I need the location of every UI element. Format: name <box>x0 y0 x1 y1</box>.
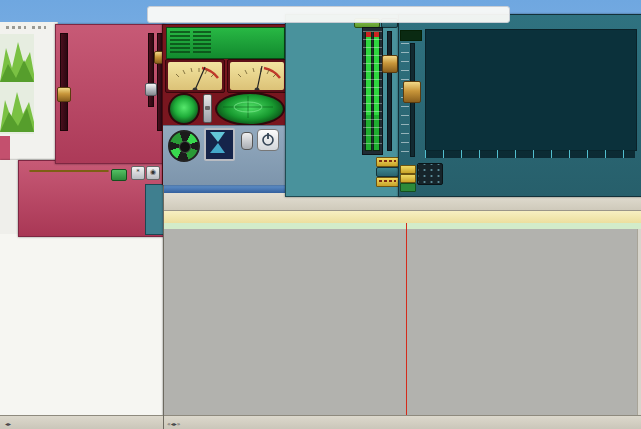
limiter-side-panel <box>145 184 164 235</box>
fft-green-button[interactable] <box>400 183 416 192</box>
master-fader-track[interactable] <box>387 31 392 151</box>
mb-value-box-2 <box>376 177 399 187</box>
vu-button-row <box>167 162 283 172</box>
aux-fader-handle[interactable] <box>145 83 157 96</box>
mb-value-box-1 <box>376 157 399 167</box>
meter-scale <box>363 31 382 149</box>
power-button[interactable] <box>257 129 279 151</box>
vu-meter-right <box>227 59 287 93</box>
level-scope <box>168 93 200 125</box>
vu-lcd-display <box>166 27 285 59</box>
left-panel-text2 <box>32 26 46 29</box>
histogram-labels <box>0 234 162 415</box>
master-fader-handle[interactable] <box>382 55 398 73</box>
app-toolbar <box>147 6 510 23</box>
vertical-scrollbar[interactable] <box>637 229 641 415</box>
left-panel <box>0 22 58 182</box>
track-area[interactable] <box>164 229 641 415</box>
vu-needle-left <box>168 62 222 90</box>
tab-nav-arrows[interactable]: «◂▸» <box>164 418 183 429</box>
plugin-banner <box>29 170 109 172</box>
meter-panel <box>362 27 383 155</box>
goniometer-crosshair <box>215 92 281 122</box>
desktop: * ◉ «◂▸» <box>0 0 641 429</box>
balance-meter[interactable] <box>203 94 212 123</box>
input-fader-track[interactable] <box>60 33 68 131</box>
lcd-info-column-2 <box>193 31 211 53</box>
toggle-button[interactable] <box>241 132 253 150</box>
fft-gold-1 <box>400 165 416 174</box>
mb-button-1[interactable] <box>376 167 399 177</box>
phase-display <box>204 128 235 161</box>
limiter-curve-display <box>25 184 143 233</box>
playhead[interactable] <box>406 223 407 415</box>
arrange-window: «◂▸» <box>163 183 641 429</box>
preset-button[interactable]: * <box>131 166 145 180</box>
waveforms[interactable] <box>164 229 641 415</box>
settings-button[interactable]: ◉ <box>146 166 160 180</box>
multiband-window <box>285 14 401 197</box>
green-thumbnail <box>0 34 34 134</box>
compressor-window <box>55 24 165 164</box>
left-panel-text <box>6 26 26 29</box>
fft-mini-lcd <box>400 30 422 41</box>
frequency-scale <box>425 150 635 158</box>
arrange-tabbar: «◂▸» <box>164 415 641 429</box>
hist-tab-arrows[interactable]: ◂▸ <box>2 418 14 429</box>
fft-eq-window <box>398 14 641 197</box>
rotation-dial[interactable] <box>168 130 200 162</box>
fft-gold-2 <box>400 174 416 183</box>
spectrum-svg <box>426 30 636 150</box>
phase-hourglass <box>206 130 229 155</box>
lcd-info-column-1 <box>170 31 190 53</box>
vu-meter-window <box>162 24 288 185</box>
link-button[interactable] <box>111 169 127 181</box>
fft-fader-handle[interactable] <box>403 81 421 103</box>
vu-meter-left <box>165 59 225 93</box>
compressor-curve-display <box>73 31 143 109</box>
histogram-tabbar: ◂▸ <box>0 415 163 429</box>
vu-needle-right <box>230 62 284 90</box>
goniometer <box>215 92 285 126</box>
limiter-window: * ◉ <box>18 160 165 237</box>
routing-matrix[interactable] <box>417 163 443 185</box>
power-icon <box>259 131 277 149</box>
input-fader-handle[interactable] <box>57 87 71 102</box>
spectrum-display <box>425 29 637 151</box>
vu-lower-panel <box>163 125 287 185</box>
